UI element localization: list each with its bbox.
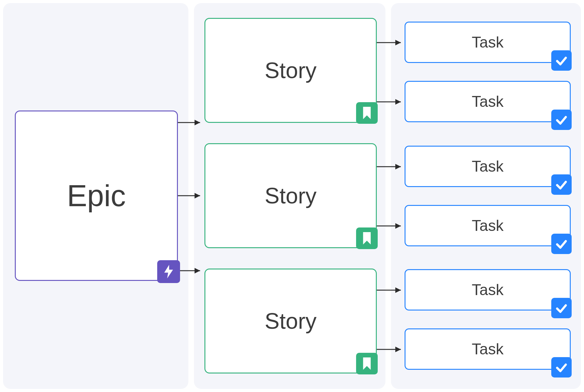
task-label: Task [472, 157, 504, 175]
check-icon [551, 298, 572, 318]
task-label: Task [472, 340, 504, 358]
bookmark-icon [356, 353, 378, 374]
task-node: Task [405, 328, 571, 370]
story-label: Story [265, 183, 317, 208]
epic-node: Epic [15, 111, 178, 281]
task-node: Task [405, 22, 571, 63]
bookmark-icon [356, 227, 378, 249]
epic-label: Epic [67, 178, 126, 213]
check-icon [551, 50, 572, 71]
check-icon [551, 234, 572, 254]
diagram-stage: Epic Story Story Story Task Task [0, 0, 584, 392]
story-node: Story [204, 269, 377, 373]
task-label: Task [472, 33, 504, 51]
task-node: Task [405, 205, 571, 246]
check-icon [551, 174, 572, 195]
task-node: Task [405, 81, 571, 122]
bookmark-icon [356, 102, 378, 124]
story-label: Story [265, 308, 317, 334]
task-node: Task [405, 146, 571, 187]
task-label: Task [472, 217, 504, 235]
story-node: Story [204, 18, 377, 123]
task-label: Task [472, 93, 504, 111]
task-label: Task [472, 281, 504, 299]
story-node: Story [204, 143, 377, 248]
story-label: Story [265, 58, 317, 83]
lightning-icon [157, 260, 180, 283]
task-node: Task [405, 269, 571, 311]
check-icon [551, 357, 572, 377]
check-icon [551, 110, 572, 130]
